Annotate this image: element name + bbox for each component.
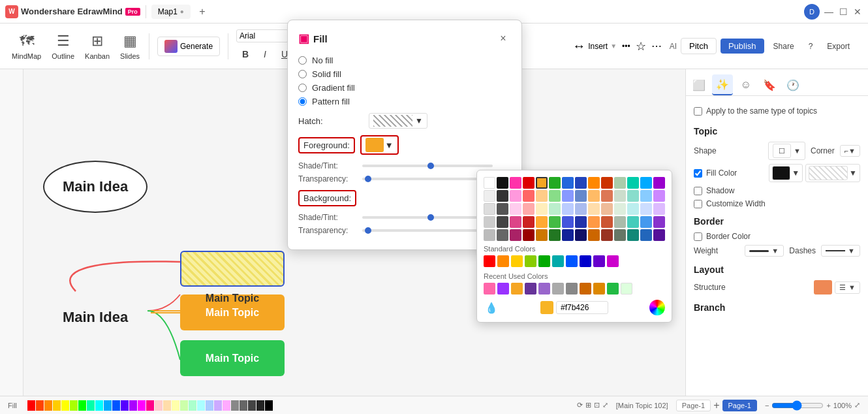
color-cell[interactable] (627, 229, 639, 241)
bg-transparency-slider[interactable] (362, 229, 493, 232)
color-cell[interactable] (510, 216, 521, 228)
map-icon[interactable]: ⊡ (594, 401, 600, 409)
color-cell[interactable] (653, 177, 665, 189)
add-page-button[interactable]: + (713, 400, 719, 411)
color-cell[interactable] (549, 190, 561, 202)
color-cell[interactable] (549, 229, 561, 241)
color-cell[interactable] (523, 216, 535, 228)
recent-color-6[interactable] (552, 283, 564, 295)
strip-color[interactable] (163, 400, 171, 411)
color-cell[interactable] (497, 190, 508, 202)
color-cell[interactable] (601, 216, 613, 228)
strip-color[interactable] (95, 400, 103, 411)
color-cell-selected[interactable] (536, 177, 548, 189)
strip-color[interactable] (256, 400, 264, 411)
color-cell[interactable] (497, 216, 508, 228)
color-cell[interactable] (653, 203, 665, 215)
zoom-slider[interactable] (771, 400, 824, 411)
recent-color-3[interactable] (511, 283, 523, 295)
color-cell[interactable] (497, 177, 508, 189)
expand-button[interactable]: ⋯ (651, 40, 662, 52)
color-cell[interactable] (653, 190, 665, 202)
color-cell[interactable] (627, 190, 639, 202)
pattern-fill-radio[interactable] (298, 97, 307, 106)
strip-color[interactable] (231, 400, 239, 411)
color-cell[interactable] (614, 229, 626, 241)
strip-color[interactable] (61, 400, 69, 411)
recent-color-9[interactable] (593, 283, 605, 295)
color-cell[interactable] (653, 216, 665, 228)
color-cell[interactable] (536, 229, 548, 241)
shade-tint-thumb[interactable] (427, 163, 434, 169)
generate-button[interactable]: Generate (157, 37, 220, 56)
hex-text-input[interactable] (556, 301, 608, 314)
share-button[interactable]: Share (768, 39, 799, 54)
gradient-fill-radio[interactable] (298, 84, 307, 92)
recent-color-4[interactable] (525, 283, 536, 295)
color-cell[interactable] (523, 190, 535, 202)
zoom-plus[interactable]: + (826, 402, 830, 409)
std-color-purple[interactable] (593, 255, 605, 267)
strip-color[interactable] (27, 400, 35, 411)
more-button[interactable]: ••• (622, 42, 630, 51)
std-color-navy[interactable] (580, 255, 591, 267)
std-color-orange[interactable] (497, 255, 509, 267)
strip-color[interactable] (104, 400, 112, 411)
shade-tint-slider[interactable] (362, 165, 493, 167)
bold-button[interactable]: B (236, 45, 255, 63)
color-cell[interactable] (536, 203, 548, 215)
color-cell[interactable] (575, 190, 587, 202)
shape-select[interactable]: ☐ ▼ (768, 142, 805, 160)
recent-color-2[interactable] (497, 283, 509, 295)
strip-color[interactable] (70, 400, 78, 411)
color-cell[interactable] (562, 229, 574, 241)
color-cell[interactable] (601, 177, 613, 189)
strip-color[interactable] (189, 400, 196, 411)
color-cell[interactable] (536, 190, 548, 202)
color-cell[interactable] (588, 177, 600, 189)
publish-button[interactable]: Publish (721, 39, 764, 54)
color-cell[interactable] (640, 203, 652, 215)
border-color-checkbox[interactable] (694, 232, 702, 241)
strip-color[interactable] (44, 400, 52, 411)
strip-color[interactable] (129, 400, 137, 411)
strip-color[interactable] (180, 400, 188, 411)
expand-icon[interactable]: ⤢ (602, 401, 608, 409)
color-cell[interactable] (484, 216, 495, 228)
color-cell[interactable] (484, 190, 495, 202)
recent-color-1[interactable] (484, 283, 495, 295)
toolbar-mindmap[interactable]: 🗺 MindMap (8, 33, 45, 60)
tab-close-icon[interactable]: ● (180, 8, 184, 15)
color-cell[interactable] (640, 177, 652, 189)
color-cell[interactable] (510, 190, 521, 202)
color-cell[interactable] (562, 177, 574, 189)
color-cell[interactable] (497, 229, 508, 241)
color-cell[interactable] (510, 203, 521, 215)
color-cell[interactable] (497, 203, 508, 215)
dialog-close-button[interactable]: × (495, 31, 511, 46)
color-cell[interactable] (588, 229, 600, 241)
strip-color[interactable] (248, 400, 256, 411)
export-button[interactable]: Export (822, 39, 855, 54)
color-cell[interactable] (601, 229, 613, 241)
recent-color-5[interactable] (538, 283, 550, 295)
color-cell[interactable] (510, 177, 521, 189)
color-cell[interactable] (549, 216, 561, 228)
strip-color[interactable] (138, 400, 146, 411)
strip-color[interactable] (214, 400, 222, 411)
color-cell[interactable] (549, 177, 561, 189)
maximize-button[interactable]: ☐ (838, 7, 848, 17)
structure-layout-select[interactable]: ☰ ▼ (835, 281, 860, 294)
corner-select[interactable]: ⌐▼ (840, 145, 860, 157)
color-cell[interactable] (588, 190, 600, 202)
color-cell[interactable] (575, 177, 587, 189)
topic-node-3[interactable]: Main Topic (180, 340, 285, 376)
page-tab[interactable]: Page-1 (722, 400, 757, 411)
tab-shape[interactable]: ⬜ (689, 74, 709, 95)
strip-color[interactable] (265, 400, 273, 411)
same-type-checkbox[interactable] (694, 107, 702, 116)
std-color-magenta[interactable] (607, 255, 619, 267)
color-cell[interactable] (562, 216, 574, 228)
color-cell[interactable] (575, 216, 587, 228)
strip-color[interactable] (240, 400, 247, 411)
